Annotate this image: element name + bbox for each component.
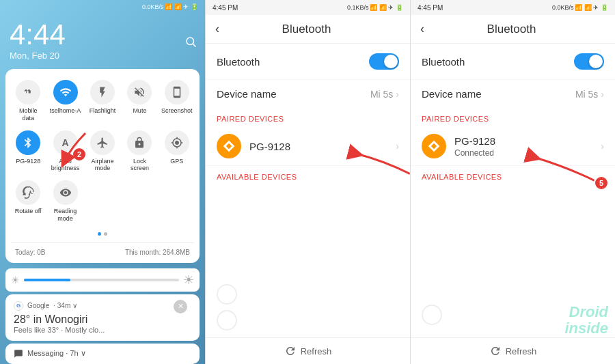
clock-date: Mon, Feb 20 [10, 51, 195, 61]
paired-header-right: PAIRED DEVICES [411, 108, 615, 127]
qs-lock-screen[interactable]: Lock screen [122, 128, 156, 176]
bt-status-time-right: 4:45 PM [418, 4, 443, 12]
qs-reading[interactable]: Reading mode [48, 178, 82, 225]
bt-refresh-left[interactable]: Refresh [206, 337, 410, 364]
available-device-placeholder-1 [217, 284, 237, 305]
qs-screenshot-label: Screenshot [161, 107, 193, 115]
screenshot-icon [165, 80, 189, 104]
bt-panel-before: 4:45 PM 0.1KB/s 📶 📶 ✈ 🔋 ‹ Bluetooth Blue… [205, 0, 410, 364]
brightness-slider[interactable] [24, 279, 179, 281]
bt-title-left: Bluetooth [226, 23, 387, 36]
month-data: This month: 264.8MB [125, 249, 190, 256]
bt-toggle-row-left: Bluetooth [206, 44, 410, 80]
bt-device-name-text-left: Mi 5s [370, 89, 393, 100]
bt-device-name-label-right: Device name [422, 88, 482, 100]
qs-rotate[interactable]: Rotate off [11, 178, 45, 225]
bt-back-right[interactable]: ‹ [420, 22, 424, 36]
qs-wifi[interactable]: tselhome-A [48, 77, 82, 125]
device-icon-left [217, 134, 241, 158]
notif-temp: 28° in Wonogiri [14, 313, 191, 326]
chevron-right-icon-right: › [601, 89, 604, 100]
watermark-line2: inside [564, 320, 608, 337]
clock-area: 4:44 Mon, Feb 20 [0, 14, 205, 64]
qs-flashlight[interactable]: Flashlight [85, 77, 120, 125]
qs-bluetooth[interactable]: PG-9128 [11, 128, 45, 176]
reading-icon [53, 180, 78, 205]
left-data-usage: 0.0KB/s [142, 3, 164, 10]
qs-flashlight-label: Flashlight [90, 107, 116, 115]
messaging-notification[interactable]: Messaging · 7h ∨ [5, 344, 200, 364]
mute-icon [127, 80, 152, 104]
qs-lock-label: Lock screen [124, 158, 155, 173]
bt-status-icons-right: 0.0KB/s 📶 📶 ✈ 🔋 [552, 4, 608, 11]
bt-title-right: Bluetooth [431, 23, 592, 36]
refresh-icon-right [489, 345, 502, 357]
device-icon-right [422, 134, 446, 158]
bt-panel-after: 4:45 PM 0.0KB/s 📶 📶 ✈ 🔋 ‹ Bluetooth Blue… [410, 0, 615, 364]
qs-bottom-row: Today: 0B This month: 264.8MB [11, 247, 194, 257]
left-status-icons: 0.0KB/s 📶 📶 ✈ 🔋 [142, 3, 198, 10]
step-2-arrow [58, 126, 99, 167]
search-icon[interactable] [184, 36, 197, 51]
bt-signal-right: 📶 📶 ✈ 🔋 [575, 4, 608, 11]
flashlight-icon [90, 80, 115, 104]
chevron-right-icon-left: › [396, 89, 399, 100]
brightness-row: ☀ ☀ [5, 268, 200, 292]
step-5-container: 5 [520, 133, 609, 191]
qs-gps[interactable]: GPS [160, 128, 194, 176]
notif-header: G Google · 34m ∨ [14, 301, 191, 311]
bt-device-name-text-right: Mi 5s [575, 89, 598, 100]
qs-mute[interactable]: Mute [122, 77, 156, 125]
step-2-container: 2 [72, 147, 87, 162]
bluetooth-icon [16, 130, 40, 155]
bt-refresh-label-right: Refresh [418, 345, 608, 357]
notif-time: · 34m ∨ [53, 302, 77, 309]
google-notification[interactable]: G Google · 34m ∨ 28° in Wonogiri Feels l… [5, 294, 200, 341]
close-button[interactable]: ✕ [174, 300, 187, 313]
mobile-data-icon [16, 80, 40, 104]
notif-desc: Feels like 33° · Mostly clo... [14, 326, 191, 334]
today-data: Today: 0B [15, 249, 45, 256]
lock-icon [127, 130, 152, 155]
qs-mute-label: Mute [133, 107, 146, 115]
watermark-line1: Droid [569, 303, 608, 320]
bt-header-right: ‹ Bluetooth [411, 15, 615, 44]
bt-toggle-label-left: Bluetooth [217, 56, 260, 68]
qs-bluetooth-label: PG-9128 [16, 158, 40, 165]
bt-device-name-value-left: Mi 5s › [370, 89, 399, 100]
clock-time: 4:44 [10, 20, 195, 49]
bt-refresh-right[interactable]: Refresh [411, 337, 615, 364]
brightness-low-icon: ☀ [11, 275, 20, 285]
left-signal-icons: 📶 📶 ✈ 🔋 [165, 3, 198, 10]
qs-grid: Mobile data tselhome-A Flashlight [11, 77, 194, 225]
brightness-fill [24, 279, 70, 281]
bt-refresh-label-left: Refresh [213, 345, 403, 357]
bt-header-left: ‹ Bluetooth [206, 15, 410, 44]
rotate-icon [16, 180, 40, 205]
bt-device-name-row-left[interactable]: Device name Mi 5s › [206, 80, 410, 108]
wifi-icon [53, 80, 78, 104]
bt-device-name-row-right[interactable]: Device name Mi 5s › [411, 80, 615, 108]
gps-icon [165, 130, 189, 155]
bt-toggle-label-right: Bluetooth [422, 56, 465, 68]
bt-device-name-value-right: Mi 5s › [575, 89, 604, 100]
paired-header-left: PAIRED DEVICES [206, 108, 410, 127]
available-device-placeholder-2 [217, 310, 237, 331]
qs-rotate-label: Rotate off [15, 208, 42, 215]
bt-status-bar-right: 4:45 PM 0.0KB/s 📶 📶 ✈ 🔋 [411, 0, 615, 15]
bt-toggle-left[interactable] [369, 53, 399, 70]
messaging-label: Messaging · 7h ∨ [27, 349, 86, 358]
bt-toggle-right[interactable] [574, 53, 604, 70]
bt-footer-left: Refresh [206, 277, 410, 364]
qs-screenshot[interactable]: Screenshot [160, 77, 194, 125]
qs-mobile-data[interactable]: Mobile data [11, 77, 45, 125]
qs-wifi-label: tselhome-A [50, 107, 81, 115]
dot-2 [104, 232, 107, 236]
left-phone-panel: 0.0KB/s 📶 📶 ✈ 🔋 4:44 Mon, Feb 20 Mobile … [0, 0, 205, 364]
brightness-high-icon: ☀ [183, 272, 194, 288]
bt-back-left[interactable]: ‹ [215, 22, 219, 36]
svg-point-0 [187, 38, 194, 45]
available-device-placeholder-3 [422, 305, 442, 325]
bt-status-time-left: 4:45 PM [213, 4, 238, 12]
quick-settings-panel: Mobile data tselhome-A Flashlight [5, 69, 200, 263]
